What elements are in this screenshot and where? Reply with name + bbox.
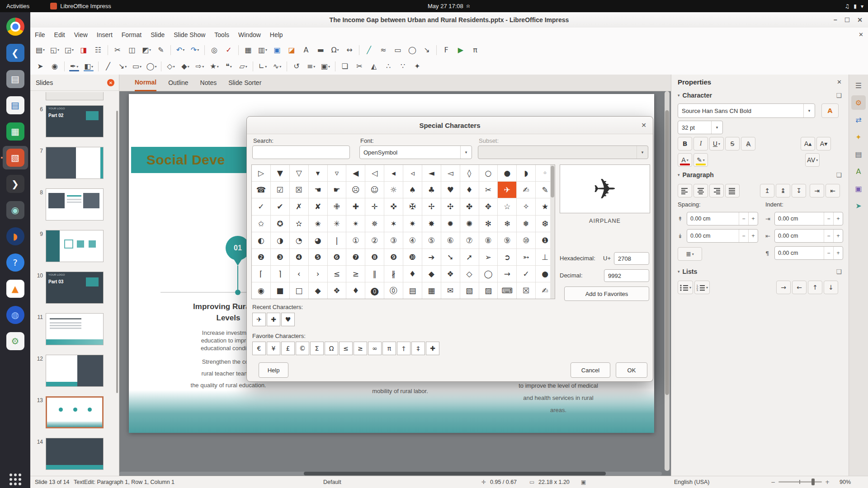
- character-cell[interactable]: ③: [384, 232, 403, 249]
- character-cell[interactable]: ②: [365, 232, 384, 249]
- animation-deck-button[interactable]: ✦: [851, 130, 866, 144]
- character-cell[interactable]: ❼: [346, 249, 365, 266]
- character-cell[interactable]: ❽: [365, 249, 384, 266]
- promote-button[interactable]: ←: [792, 281, 807, 294]
- character-cell[interactable]: ①: [346, 232, 365, 249]
- character-cell[interactable]: ➚: [460, 249, 479, 266]
- decrement-icon[interactable]: −: [739, 230, 748, 242]
- favorite-character-cell[interactable]: ≥: [354, 342, 367, 355]
- insert-chart-button[interactable]: ◪: [285, 44, 298, 56]
- character-cell[interactable]: ◁: [365, 165, 384, 182]
- rotate-button[interactable]: ↺: [290, 60, 303, 73]
- dock-firefox[interactable]: ◗: [3, 225, 28, 248]
- character-cell[interactable]: ☛: [328, 182, 347, 198]
- font-highlight-quick-button[interactable]: A: [821, 103, 839, 118]
- character-cell[interactable]: ▧: [460, 282, 479, 299]
- menu-window[interactable]: Window: [234, 28, 265, 42]
- tab-slide-sorter[interactable]: Slide Sorter: [228, 75, 261, 91]
- favorite-character-cell[interactable]: €: [252, 342, 266, 355]
- menu-format[interactable]: Format: [117, 28, 146, 42]
- character-cell[interactable]: ✓: [517, 266, 536, 282]
- decrement-icon[interactable]: −: [824, 212, 833, 225]
- character-cell[interactable]: ❾: [384, 249, 403, 266]
- center-vertically-button[interactable]: ↨: [776, 184, 790, 197]
- find-replace-button[interactable]: ◎: [208, 44, 221, 56]
- shadow-button[interactable]: A: [741, 137, 755, 150]
- character-cell[interactable]: ❖: [328, 282, 347, 299]
- increase-font-size-button[interactable]: A▴: [801, 137, 815, 150]
- canvas-horizontal-scrollbar[interactable]: [119, 472, 662, 475]
- character-cell[interactable]: ❻: [328, 249, 347, 266]
- shadow-button[interactable]: ❏: [338, 60, 352, 73]
- character-cell[interactable]: ▦: [422, 282, 441, 299]
- menu-help[interactable]: Help: [265, 28, 288, 42]
- symbol-shapes-button[interactable]: ◆▾: [179, 60, 192, 73]
- vertical-scrollbar-thumb[interactable]: [665, 110, 669, 395]
- character-cell[interactable]: ✜: [384, 198, 403, 215]
- underline-button[interactable]: U▾: [709, 137, 724, 150]
- character-cell[interactable]: ≥: [346, 266, 365, 282]
- callout-shapes-button[interactable]: ❝▾: [222, 60, 236, 73]
- add-to-favorites-button[interactable]: Add to Favorites: [564, 286, 649, 301]
- character-cell[interactable]: ◀: [346, 165, 365, 182]
- dock-chromium[interactable]: ◍: [3, 303, 28, 327]
- zoom-slider-thumb[interactable]: [811, 479, 815, 485]
- increment-icon[interactable]: +: [748, 230, 758, 242]
- increment-icon[interactable]: +: [833, 247, 843, 259]
- recent-character-cell[interactable]: ♥: [281, 313, 295, 326]
- align-left-button[interactable]: [678, 184, 692, 197]
- character-cell[interactable]: ▾: [309, 165, 328, 182]
- character-cell[interactable]: ✍: [517, 182, 536, 198]
- character-cell[interactable]: ✹: [441, 216, 460, 232]
- line-color-button[interactable]: ✒▾: [67, 60, 81, 73]
- dock-software-center[interactable]: ⚙: [3, 329, 28, 353]
- character-cell[interactable]: ▼: [271, 165, 290, 182]
- clock-menu[interactable]: May 27 17:08 ⍾: [428, 0, 470, 12]
- font-name-select[interactable]: Source Han Sans CN Bold ▾: [678, 103, 815, 118]
- print-button[interactable]: ☷: [91, 44, 105, 56]
- properties-deck-button[interactable]: ⚙: [851, 95, 866, 110]
- favorite-character-cell[interactable]: ‡: [411, 342, 425, 355]
- character-cell[interactable]: ◕: [309, 232, 328, 249]
- character-cell[interactable]: ✴: [346, 216, 365, 232]
- character-cell[interactable]: ◊: [460, 165, 479, 182]
- character-cell[interactable]: ✬: [309, 216, 328, 232]
- navigator-deck-button[interactable]: ➤: [851, 198, 866, 213]
- tab-notes[interactable]: Notes: [200, 75, 217, 91]
- character-cell[interactable]: ▿: [328, 165, 347, 182]
- unordered-list-button[interactable]: ▾: [678, 281, 693, 294]
- tab-normal[interactable]: Normal: [135, 75, 156, 91]
- character-cell[interactable]: ⌈: [252, 266, 271, 282]
- character-cell[interactable]: ○: [479, 165, 498, 182]
- bold-button[interactable]: B: [678, 137, 692, 150]
- save-button[interactable]: ◲▾: [62, 44, 76, 56]
- character-cell[interactable]: ◑: [271, 232, 290, 249]
- menu-insert[interactable]: Insert: [92, 28, 117, 42]
- highlighting-color-button[interactable]: ✎▾: [693, 153, 708, 167]
- decrement-icon[interactable]: −: [824, 247, 833, 259]
- curves-polygons-button[interactable]: ∿▾: [270, 60, 284, 73]
- paragraph-spacing-input-2[interactable]: 0.00 cm−+: [687, 229, 758, 243]
- insert-image-button[interactable]: ▣: [270, 44, 284, 56]
- character-cell[interactable]: ✣: [441, 198, 460, 215]
- character-cell[interactable]: ⑨: [498, 232, 517, 249]
- dock-libreoffice-writer[interactable]: ▤: [3, 94, 28, 117]
- insert-hyperlink-button[interactable]: ↔: [343, 44, 356, 56]
- decimal-input[interactable]: 9992: [604, 269, 649, 282]
- paste-button[interactable]: ◩▾: [140, 44, 153, 56]
- character-cell[interactable]: ✔: [271, 198, 290, 215]
- character-cell[interactable]: ◯: [479, 266, 498, 282]
- cut-button[interactable]: ✂: [111, 44, 124, 56]
- ok-button[interactable]: OK: [616, 362, 647, 378]
- zoom-slider-track[interactable]: [778, 481, 822, 483]
- dock-libreoffice-calc[interactable]: ▦: [3, 120, 28, 143]
- character-cell[interactable]: ④: [403, 232, 422, 249]
- character-cell[interactable]: ✥: [479, 198, 498, 215]
- character-cell[interactable]: ➲: [498, 249, 517, 266]
- character-cell-selected[interactable]: ✈: [498, 182, 517, 198]
- zoom-out-icon[interactable]: −: [771, 476, 775, 488]
- character-cell[interactable]: ➘: [441, 249, 460, 266]
- menu-view[interactable]: View: [70, 28, 92, 42]
- character-cell[interactable]: ⑧: [479, 232, 498, 249]
- character-cell[interactable]: ▨: [479, 282, 498, 299]
